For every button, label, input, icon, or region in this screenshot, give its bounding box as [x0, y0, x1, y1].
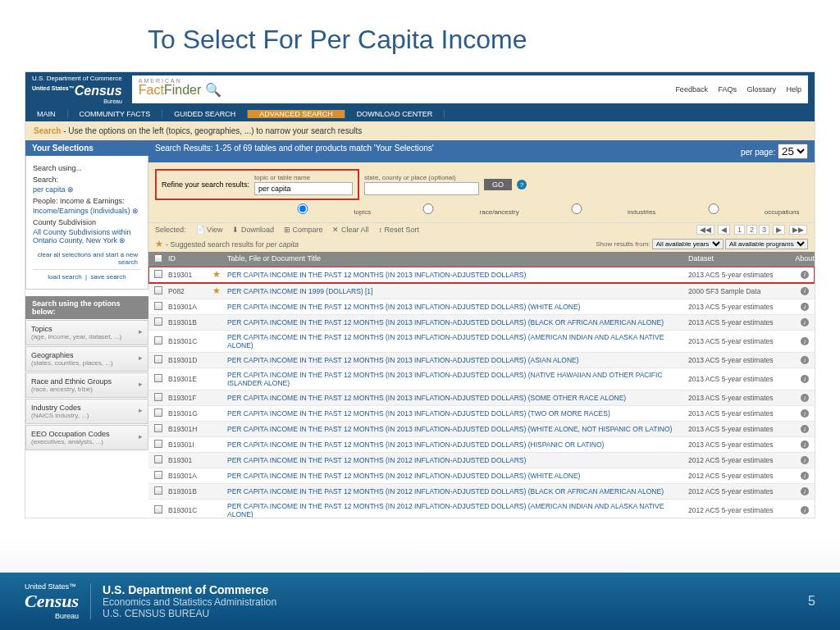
pager-1[interactable]: 1 — [734, 225, 745, 235]
reset-button[interactable]: ↕ Reset Sort — [379, 226, 420, 234]
nav-download[interactable]: DOWNLOAD CENTER — [345, 110, 445, 118]
pager-2[interactable]: 2 — [746, 225, 757, 235]
nav-main[interactable]: MAIN — [25, 110, 68, 118]
view-button[interactable]: 📄 View — [196, 226, 223, 234]
results-toolbar: Selected: 📄 View ⬇ Download ⊞ Compare ✕ … — [148, 222, 815, 236]
row-checkbox[interactable] — [154, 374, 162, 382]
option-item[interactable]: EEO Occupation Codes(executives, analyst… — [25, 425, 148, 450]
table-row[interactable]: P082★PER CAPITA INCOME IN 1999 (DOLLARS)… — [148, 283, 815, 299]
table-row[interactable]: B19301CPER CAPITA INCOME IN THE PAST 12 … — [148, 331, 815, 353]
row-checkbox[interactable] — [154, 471, 162, 479]
clear-button[interactable]: ✕ Clear All — [332, 226, 368, 234]
info-icon[interactable]: i — [801, 337, 809, 345]
row-checkbox[interactable] — [154, 270, 162, 278]
info-icon[interactable]: i — [801, 456, 809, 464]
load-search-link[interactable]: load search — [48, 273, 81, 281]
pager-first[interactable]: ◀◀ — [696, 225, 714, 235]
selection-county[interactable]: All County Subdivisions within Ontario C… — [33, 228, 141, 244]
row-checkbox[interactable] — [154, 424, 162, 432]
star-icon: ★ — [212, 269, 221, 279]
info-icon[interactable]: i — [801, 318, 809, 326]
radio-industries — [527, 203, 626, 214]
table-row[interactable]: B19301HPER CAPITA INCOME IN THE PAST 12 … — [148, 422, 815, 437]
options-header: Search using the options below: — [25, 296, 148, 319]
row-checkbox[interactable] — [154, 336, 162, 345]
info-icon[interactable]: i — [801, 375, 809, 383]
selection-income[interactable]: Income/Earnings (Individuals) — [33, 207, 141, 215]
go-button[interactable]: GO — [484, 179, 512, 190]
info-icon[interactable]: i — [801, 356, 809, 364]
selections-header: Your Selections — [25, 140, 148, 156]
selection-search[interactable]: per capita — [33, 185, 141, 194]
save-search-link[interactable]: save search — [91, 273, 126, 281]
row-checkbox[interactable] — [154, 486, 162, 495]
table-row[interactable]: B19301PER CAPITA INCOME IN THE PAST 12 M… — [148, 453, 815, 468]
row-checkbox[interactable] — [154, 355, 162, 363]
row-checkbox[interactable] — [154, 455, 162, 463]
table-row[interactable]: B19301CPER CAPITA INCOME IN THE PAST 12 … — [148, 500, 815, 518]
select-all-checkbox[interactable] — [154, 254, 162, 262]
nav-guided[interactable]: GUIDED SEARCH — [162, 110, 248, 118]
refine-label: Refine your search results: — [162, 180, 249, 189]
pager-last[interactable]: ▶▶ — [789, 225, 807, 235]
table-row[interactable]: B19301BPER CAPITA INCOME IN THE PAST 12 … — [148, 315, 815, 331]
table-row[interactable]: B19301APER CAPITA INCOME IN THE PAST 12 … — [148, 299, 815, 315]
table-row[interactable]: B19301IPER CAPITA INCOME IN THE PAST 12 … — [148, 437, 815, 453]
radio-occupations — [664, 203, 763, 214]
census-logo: U.S. Department of Commerce United State… — [32, 75, 122, 104]
download-button[interactable]: ⬇ Download — [232, 226, 274, 234]
nav-advanced[interactable]: ADVANCED SEARCH — [248, 110, 345, 118]
info-icon[interactable]: i — [801, 271, 809, 279]
row-checkbox[interactable] — [154, 440, 162, 448]
table-row[interactable]: B19301DPER CAPITA INCOME IN THE PAST 12 … — [148, 353, 815, 368]
info-icon[interactable]: i — [801, 472, 809, 480]
option-item[interactable]: Industry Codes(NAICS industry, ...) — [25, 399, 148, 424]
option-item[interactable]: Geographies(states, counties, places, ..… — [25, 346, 148, 372]
table-row[interactable]: B19301★PER CAPITA INCOME IN THE PAST 12 … — [148, 267, 815, 283]
nav-community[interactable]: COMMUNITY FACTS — [68, 110, 163, 118]
topic-input[interactable] — [254, 182, 353, 195]
info-icon[interactable]: i — [801, 303, 809, 311]
help-link[interactable]: Help — [786, 85, 801, 94]
info-icon[interactable]: i — [801, 287, 809, 295]
pager-prev[interactable]: ◀ — [718, 225, 730, 235]
table-row[interactable]: B19301EPER CAPITA INCOME IN THE PAST 12 … — [148, 368, 815, 390]
place-input[interactable] — [364, 182, 479, 195]
years-select[interactable]: All available years — [652, 239, 724, 249]
info-icon[interactable]: i — [801, 441, 809, 449]
row-checkbox[interactable] — [154, 505, 162, 514]
app-screenshot: U.S. Department of Commerce United State… — [25, 71, 815, 518]
glossary-link[interactable]: Glossary — [746, 85, 776, 94]
faqs-link[interactable]: FAQs — [718, 85, 737, 94]
row-checkbox[interactable] — [154, 286, 162, 294]
footer-census-logo: United States™ Census Bureau — [25, 582, 79, 620]
table-row[interactable]: B19301BPER CAPITA INCOME IN THE PAST 12 … — [148, 484, 815, 500]
main-nav: MAIN COMMUNITY FACTS GUIDED SEARCH ADVAN… — [25, 107, 815, 121]
row-checkbox[interactable] — [154, 409, 162, 417]
row-checkbox[interactable] — [154, 393, 162, 401]
filter-radios: topics race/ancestry industries occupati… — [253, 203, 808, 216]
feedback-link[interactable]: Feedback — [675, 85, 708, 94]
help-icon[interactable]: ? — [517, 180, 527, 189]
pager-next[interactable]: ▶ — [773, 225, 785, 235]
clear-all-link[interactable]: clear all selections and start a new sea… — [33, 248, 141, 269]
per-page-select[interactable]: 25 — [778, 144, 808, 159]
table-row[interactable]: B19301APER CAPITA INCOME IN THE PAST 12 … — [148, 468, 815, 484]
row-checkbox[interactable] — [154, 317, 162, 326]
info-icon[interactable]: i — [801, 487, 809, 495]
star-icon: ★ — [155, 239, 163, 249]
info-icon[interactable]: i — [801, 394, 809, 402]
info-icon[interactable]: i — [801, 425, 809, 433]
pager-3[interactable]: 3 — [759, 225, 769, 235]
info-icon[interactable]: i — [801, 409, 809, 418]
table-row[interactable]: B19301GPER CAPITA INCOME IN THE PAST 12 … — [148, 406, 815, 422]
compare-button[interactable]: ⊞ Compare — [284, 226, 323, 234]
option-item[interactable]: Topics(age, income, year, dataset, ...) — [25, 320, 148, 345]
programs-select[interactable]: All available programs — [725, 239, 808, 249]
table-row[interactable]: B19301FPER CAPITA INCOME IN THE PAST 12 … — [148, 390, 815, 406]
info-icon[interactable]: i — [801, 506, 809, 514]
search-using-label: Search using... — [33, 164, 141, 172]
header-links: Feedback FAQs Glossary Help — [667, 85, 801, 94]
option-item[interactable]: Race and Ethnic Groups(race, ancestry, t… — [25, 372, 148, 398]
row-checkbox[interactable] — [154, 302, 162, 310]
